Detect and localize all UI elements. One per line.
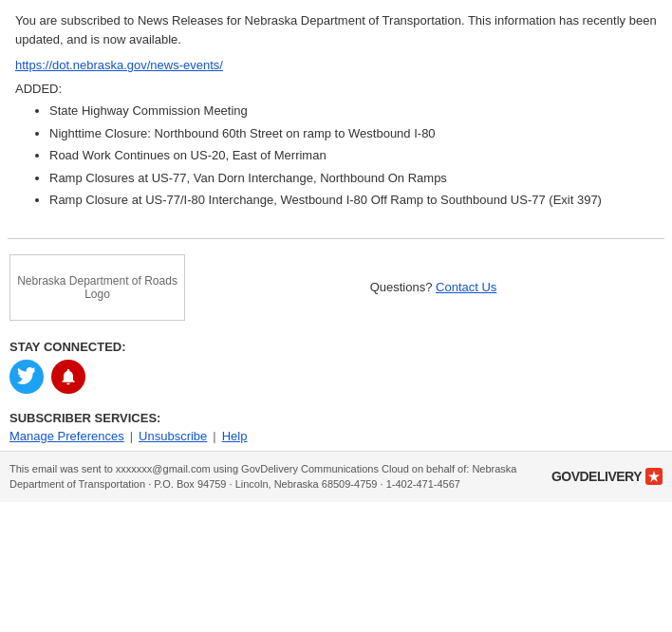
added-label: ADDED: bbox=[15, 82, 657, 96]
questions-text: Questions? bbox=[370, 280, 433, 294]
govdelivery-text: GOVDELIVERY bbox=[551, 469, 642, 484]
logo-box: Nebraska Department of Roads Logo bbox=[9, 254, 185, 321]
items-list: State Highway Commission MeetingNighttim… bbox=[15, 102, 657, 210]
subscriber-links: Manage Preferences | Unsubscribe | Help bbox=[9, 429, 663, 443]
list-item: Road Work Continues on US-20, East of Me… bbox=[49, 146, 657, 165]
list-item: Nighttime Closure: Northbound 60th Stree… bbox=[49, 124, 657, 143]
unsubscribe-link[interactable]: Unsubscribe bbox=[139, 429, 207, 443]
social-icons bbox=[9, 360, 663, 394]
separator-2: | bbox=[213, 429, 215, 443]
twitter-icon[interactable] bbox=[9, 360, 44, 394]
footer-bottom: This email was sent to xxxxxxx@gmail.com… bbox=[0, 451, 672, 502]
footer-top: Nebraska Department of Roads Logo Questi… bbox=[0, 239, 672, 332]
contact-link[interactable]: Contact Us bbox=[436, 280, 496, 294]
govdelivery-logo: GOVDELIVERY bbox=[551, 468, 663, 485]
list-item: Ramp Closures at US-77, Van Dorn Interch… bbox=[49, 169, 657, 188]
notification-icon[interactable] bbox=[51, 360, 85, 394]
govdelivery-badge bbox=[645, 468, 663, 485]
main-content: You are subscribed to News Releases for … bbox=[0, 0, 672, 238]
separator-1: | bbox=[130, 429, 133, 443]
subscriber-label: SUBSCRIBER SERVICES: bbox=[9, 411, 663, 425]
intro-text: You are subscribed to News Releases for … bbox=[15, 11, 657, 48]
stay-connected-label: STAY CONNECTED: bbox=[9, 340, 663, 354]
questions-section: Questions? Contact Us bbox=[204, 280, 663, 294]
list-item: Ramp Closure at US-77/I-80 Interchange, … bbox=[49, 191, 657, 210]
help-link[interactable]: Help bbox=[222, 429, 248, 443]
footer-legal: This email was sent to xxxxxxx@gmail.com… bbox=[9, 461, 542, 493]
dot-link[interactable]: https://dot.nebraska.gov/news-events/ bbox=[15, 58, 223, 72]
stay-connected: STAY CONNECTED: bbox=[0, 332, 672, 407]
subscriber-services: SUBSCRIBER SERVICES: Manage Preferences … bbox=[0, 407, 672, 451]
manage-preferences-link[interactable]: Manage Preferences bbox=[9, 429, 124, 443]
logo-image: Nebraska Department of Roads Logo bbox=[10, 269, 184, 307]
list-item: State Highway Commission Meeting bbox=[49, 102, 657, 121]
